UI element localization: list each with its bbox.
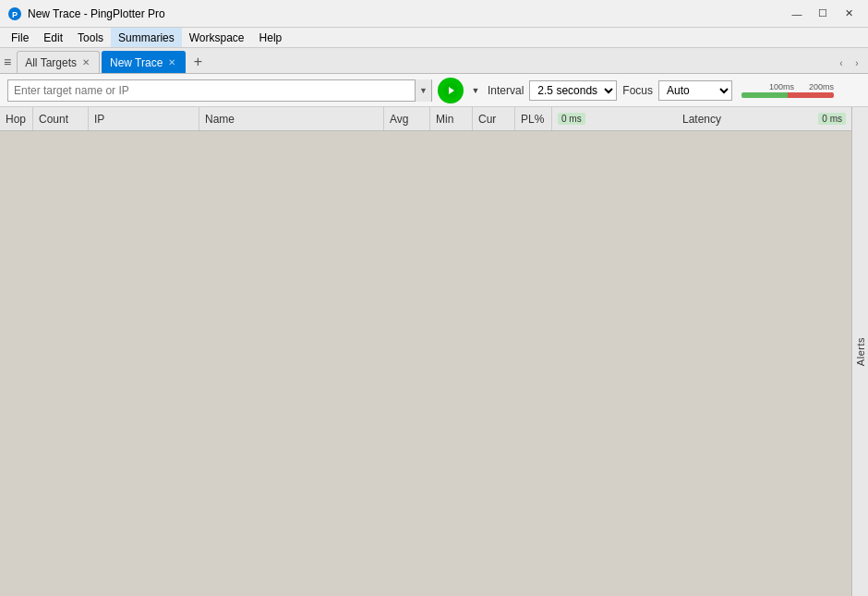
tab-new-trace[interactable]: New Trace ✕ [102, 51, 186, 73]
menu-bar: File Edit Tools Summaries Workspace Help [0, 28, 868, 48]
latency-scale: 100ms 200ms [741, 82, 834, 98]
title-bar-controls: — ☐ ✕ [785, 5, 861, 23]
target-input-wrapper: ▼ [7, 79, 432, 102]
column-header-cur: Cur [473, 107, 515, 130]
latency-bar [741, 92, 834, 98]
tab-new-trace-close[interactable]: ✕ [166, 57, 177, 67]
window-title: New Trace - PingPlotter Pro [28, 7, 165, 20]
latency-200ms-label: 200ms [809, 82, 834, 91]
menu-edit[interactable]: Edit [36, 28, 70, 47]
tab-hamburger-icon: ≡ [4, 55, 11, 69]
column-header-hop: Hop [0, 107, 33, 130]
column-header-count: Count [33, 107, 89, 130]
close-button[interactable]: ✕ [837, 5, 861, 23]
table-header: Hop Count IP Name Avg Min Cur PL% [0, 107, 851, 131]
latency-100ms-label: 100ms [769, 82, 794, 91]
toolbar: ▼ ▼ Interval 0.5 seconds 1 seconds 2.5 s… [0, 74, 868, 107]
tab-bar-left: ≡ All Targets ✕ New Trace ✕ + [4, 51, 832, 73]
menu-tools[interactable]: Tools [70, 28, 111, 47]
tab-all-targets-close[interactable]: ✕ [80, 57, 91, 67]
minimize-button[interactable]: — [785, 5, 809, 23]
tab-new-trace-label: New Trace [110, 56, 163, 69]
alerts-label[interactable]: Alerts [855, 337, 866, 366]
menu-workspace[interactable]: Workspace [182, 28, 252, 47]
column-header-avg: Avg [384, 107, 430, 130]
title-bar-left: P New Trace - PingPlotter Pro [7, 6, 165, 21]
tab-all-targets-label: All Targets [25, 56, 77, 69]
main-area: Hop Count IP Name Avg Min Cur PL% [0, 107, 868, 596]
interval-select[interactable]: 0.5 seconds 1 seconds 2.5 seconds 5 seco… [529, 80, 617, 101]
app-icon: P [7, 6, 22, 21]
focus-label: Focus [622, 84, 653, 97]
title-bar: P New Trace - PingPlotter Pro — ☐ ✕ [0, 0, 868, 28]
tab-all-targets[interactable]: All Targets ✕ [17, 51, 100, 73]
tab-bar: ≡ All Targets ✕ New Trace ✕ + ‹ › [0, 48, 868, 74]
play-icon [443, 83, 458, 98]
tab-nav-back-button[interactable]: ‹ [834, 53, 849, 73]
play-dropdown-button[interactable]: ▼ [469, 80, 482, 101]
play-button[interactable] [438, 78, 464, 103]
column-header-name: Name [199, 107, 384, 130]
scale-left-label: 0 ms [558, 113, 585, 125]
column-header-latency: 0 ms Latency 0 ms [552, 107, 851, 130]
menu-help[interactable]: Help [252, 28, 290, 47]
menu-summaries[interactable]: Summaries [111, 28, 182, 47]
tab-add-button[interactable]: + [187, 52, 208, 72]
table-body [0, 131, 851, 596]
tab-nav-forward-button[interactable]: › [850, 53, 864, 73]
focus-select[interactable]: Auto 1 min 5 min 15 min 1 hour [658, 80, 732, 101]
svg-text:P: P [12, 10, 18, 19]
tab-right-nav: ‹ › [834, 53, 864, 73]
column-header-pl: PL% [515, 107, 552, 130]
data-area: Hop Count IP Name Avg Min Cur PL% [0, 107, 851, 596]
column-header-min: Min [430, 107, 473, 130]
target-input[interactable] [8, 80, 415, 101]
latency-scale-labels: 100ms 200ms [769, 82, 834, 91]
menu-file[interactable]: File [4, 28, 36, 47]
maximize-button[interactable]: ☐ [811, 5, 835, 23]
scale-right-label: 0 ms [818, 113, 846, 125]
column-header-ip: IP [89, 107, 199, 130]
right-sidebar[interactable]: Alerts [851, 107, 868, 596]
target-dropdown-button[interactable]: ▼ [415, 79, 431, 102]
interval-label: Interval [488, 84, 524, 97]
